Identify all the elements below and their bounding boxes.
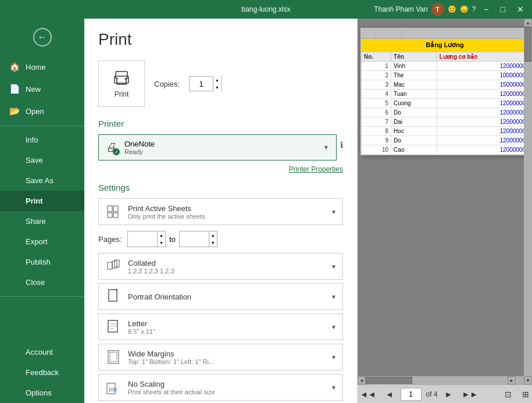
zoom-button[interactable]: ⊞ <box>519 388 532 401</box>
sidebar-item-home[interactable]: 🏠 Home <box>0 56 84 78</box>
page-title: Print <box>98 30 343 49</box>
print-sheets-dropdown[interactable]: Print Active Sheets Only print the activ… <box>98 198 343 225</box>
fit-to-window-button[interactable]: ⊡ <box>502 388 515 401</box>
vertical-scrollbar[interactable]: ▲ ▼ <box>524 19 532 376</box>
printer-section-title: Printer <box>98 119 343 129</box>
paper-size-icon <box>105 318 122 336</box>
sidebar-item-account[interactable]: Account <box>0 342 84 362</box>
page-of-label: of 4 <box>426 390 438 398</box>
sidebar-item-share[interactable]: Share <box>0 211 84 231</box>
first-page-button[interactable]: ◄◄ <box>358 388 379 400</box>
sidebar-label-home: Home <box>26 63 46 72</box>
orientation-main: Portrait Orientation <box>128 293 331 301</box>
last-page-button[interactable]: ►► <box>459 388 480 400</box>
copies-label: Copies: <box>154 80 180 88</box>
pages-from-up[interactable]: ▲ <box>158 231 165 239</box>
scroll-thumb-vertical[interactable] <box>524 27 531 62</box>
svg-rect-6 <box>113 206 118 212</box>
scroll-left-button[interactable]: ◄ <box>358 376 366 384</box>
paper-size-arrow: ▼ <box>331 324 337 330</box>
collated-icon <box>105 258 122 275</box>
col-header-no <box>361 28 376 38</box>
cell-salary: 12000000 <box>437 99 528 108</box>
settings-panel: Print Print Copies: <box>84 19 358 403</box>
cell-salary: 12000000 <box>437 90 528 99</box>
avatar: T <box>431 3 444 16</box>
sidebar-item-new[interactable]: 📄 New <box>0 78 84 100</box>
paper-size-main: Letter <box>128 319 331 328</box>
paper-size-dropdown[interactable]: Letter 8.5" x 11" ▼ <box>98 313 343 340</box>
cell-name: Do <box>391 108 437 117</box>
sidebar-label-info: Info <box>26 135 38 144</box>
close-button[interactable]: ✕ <box>513 4 527 15</box>
print-button[interactable]: Print <box>98 60 145 107</box>
data-table: No. Tên Lương cơ bản 1 Vinh 12000000 2 T… <box>361 52 529 155</box>
sidebar-item-save-as[interactable]: Save As <box>0 170 84 191</box>
prev-page-button[interactable]: ◄ <box>383 388 396 400</box>
cell-name: Dai <box>391 117 437 127</box>
scroll-up-button[interactable]: ▲ <box>524 19 532 27</box>
sidebar-item-options[interactable]: Options <box>0 383 84 403</box>
pages-row: Pages: ▲ ▼ to ▲ ▼ <box>98 229 343 249</box>
minimize-button[interactable]: − <box>480 4 492 15</box>
horizontal-scrollbar[interactable]: ◄ ► <box>358 376 516 384</box>
copies-input[interactable] <box>190 79 213 90</box>
pages-to-down[interactable]: ▼ <box>209 239 217 247</box>
back-button[interactable]: ← <box>33 28 52 47</box>
collated-dropdown[interactable]: Collated 1,2,3 1,2,3 1,2,3 ▼ <box>98 253 343 280</box>
printer-select[interactable]: 🖨 ✓ OneNote Ready ▼ <box>98 134 337 161</box>
sidebar-label-export: Export <box>26 237 48 246</box>
preview-nav: ◄◄ ◄ of 4 ► ►► ⊡ ⊞ <box>358 384 532 403</box>
pages-to-input[interactable] <box>180 231 209 247</box>
sidebar-label-close: Close <box>26 278 45 287</box>
col-header-salary <box>402 28 529 38</box>
svg-text:100: 100 <box>108 387 117 393</box>
copies-down-button[interactable]: ▼ <box>213 84 221 91</box>
sidebar-item-print[interactable]: Print <box>0 191 84 211</box>
pages-from-down[interactable]: ▼ <box>158 239 165 247</box>
copies-up-button[interactable]: ▲ <box>213 76 221 84</box>
sidebar-item-publish[interactable]: Publish <box>0 252 84 272</box>
scroll-thumb-horizontal[interactable] <box>366 377 412 384</box>
svg-rect-2 <box>118 75 125 80</box>
table-header-row: No. Tên Lương cơ bản <box>362 52 529 62</box>
cell-no: 1 <box>362 62 391 71</box>
pages-from-input[interactable] <box>128 231 157 247</box>
maximize-button[interactable]: □ <box>497 4 509 15</box>
pages-to-up[interactable]: ▲ <box>209 231 217 239</box>
svg-point-4 <box>125 79 126 80</box>
sidebar-item-open[interactable]: 📂 Open <box>0 100 84 122</box>
cell-name: Cuong <box>391 99 437 108</box>
printer-status: Ready <box>124 148 323 155</box>
cell-no: 8 <box>362 127 391 136</box>
table-row: 3 Mac 15000000 <box>362 80 529 90</box>
new-icon: 📄 <box>9 84 20 94</box>
sidebar-label-account: Account <box>26 348 53 356</box>
svg-rect-7 <box>108 213 112 217</box>
sidebar-label-new: New <box>26 85 41 94</box>
print-area: Print Print Copies: <box>84 19 532 403</box>
current-page-input[interactable] <box>401 388 422 401</box>
sheet-col-headers <box>361 28 529 39</box>
next-page-button[interactable]: ► <box>442 388 455 400</box>
horizontal-scrollbar-row: ◄ ► <box>358 376 532 384</box>
title-bar: bang-luong.xlsx Thanh Pham Van T 😊 😞 ? −… <box>0 0 532 19</box>
orientation-dropdown[interactable]: Portrait Orientation ▼ <box>98 283 343 310</box>
sidebar-item-save[interactable]: Save <box>0 150 84 170</box>
sidebar-item-export[interactable]: Export <box>0 231 84 252</box>
scaling-dropdown[interactable]: 100 No Scaling Print sheets at their act… <box>98 374 343 401</box>
scroll-right-button[interactable]: ► <box>508 376 516 384</box>
cell-name: The <box>391 71 437 80</box>
cell-no: 6 <box>362 108 391 117</box>
scaling-main: No Scaling <box>128 380 331 388</box>
sidebar-bottom: Account Feedback Options <box>0 342 84 403</box>
margins-dropdown[interactable]: Wide Margins Top: 1" Bottom: 1" Left: 1"… <box>98 344 343 370</box>
cell-name: Tuan <box>391 90 437 99</box>
sidebar-item-info[interactable]: Info <box>0 130 84 150</box>
printer-properties-link[interactable]: Printer Properties <box>98 165 343 173</box>
cell-name: Cao <box>391 145 437 155</box>
printer-dropdown-arrow: ▼ <box>323 144 329 151</box>
table-row: 6 Do 12000000 <box>362 108 529 117</box>
sidebar-item-close[interactable]: Close <box>0 272 84 293</box>
sidebar-item-feedback[interactable]: Feedback <box>0 362 84 383</box>
